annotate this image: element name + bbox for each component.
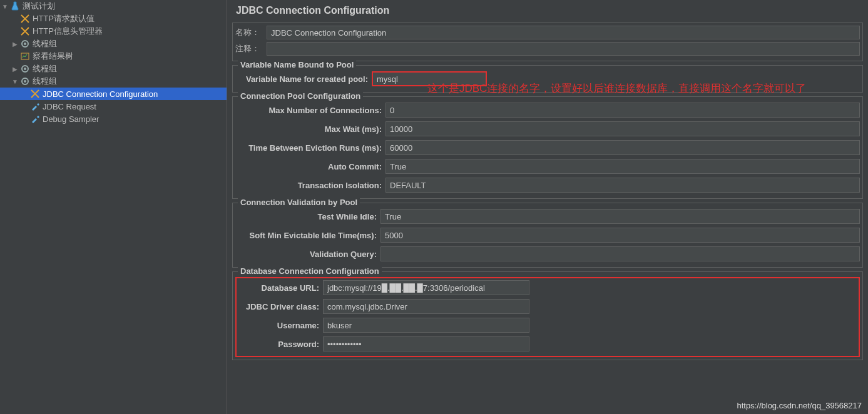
tree-jdbc-conn-config[interactable]: JDBC Connection Configuration [0, 88, 227, 100]
group-title: Connection Pool Configuration [238, 91, 363, 101]
varname-label: Variable Name for created pool: [235, 74, 372, 84]
max-conn-input[interactable] [385, 103, 860, 118]
db-driver-label: JDBC Driver class: [238, 302, 323, 311]
auto-commit-label: Auto Commit: [235, 162, 385, 171]
tree-root-test-plan[interactable]: ▼ 测试计划 [0, 0, 227, 13]
tree-debug-sampler[interactable]: Debug Sampler [0, 113, 227, 125]
max-wait-input[interactable] [385, 121, 860, 136]
tree-http-defaults[interactable]: HTTP请求默认值 [0, 13, 227, 25]
pencil-icon [30, 114, 40, 124]
tree-thread-group-1[interactable]: ▶ 线程组 [0, 38, 227, 50]
expand-icon[interactable]: ▶ [11, 41, 19, 48]
config-panel: JDBC Connection Configuration 名称： 注释： Va… [227, 0, 868, 414]
svg-point-6 [24, 80, 26, 83]
eviction-input[interactable] [385, 140, 860, 155]
validation-query-input[interactable] [380, 246, 860, 261]
db-user-input[interactable] [323, 318, 529, 333]
tree-thread-group-3[interactable]: ▼ 线程组 [0, 75, 227, 88]
group-db: Database Connection Configuration Databa… [232, 271, 863, 360]
max-conn-label: Max Number of Connections: [235, 106, 385, 115]
tree-label: 线程组 [33, 63, 57, 74]
pipette-icon [30, 101, 40, 111]
validation-query-label: Validation Query: [235, 250, 380, 259]
db-pass-input[interactable] [323, 336, 529, 351]
tree-label: 线程组 [33, 38, 57, 49]
eviction-label: Time Between Eviction Runs (ms): [235, 143, 385, 153]
db-url-input[interactable] [323, 280, 529, 295]
tree-label: 察看结果树 [33, 51, 73, 62]
watermark-text: https://blog.csdn.net/qq_39568217 [737, 401, 862, 410]
group-pool: Connection Pool Configuration Max Number… [232, 96, 863, 199]
db-red-highlight: Database URL: JDBC Driver class: Usernam… [235, 277, 860, 357]
tree-label: 线程组 [33, 76, 57, 87]
gear-icon [20, 39, 30, 49]
svg-rect-2 [21, 53, 29, 59]
wrench-cross-icon [20, 26, 30, 36]
test-idle-select[interactable] [380, 209, 860, 224]
flask-icon [10, 1, 20, 11]
expand-icon[interactable]: ▶ [11, 66, 19, 73]
isolation-label: Transaction Isolation: [235, 181, 385, 190]
tree-thread-group-2[interactable]: ▶ 线程组 [0, 63, 227, 75]
test-idle-label: Test While Idle: [235, 212, 380, 221]
collapse-icon[interactable]: ▼ [1, 3, 9, 10]
isolation-select[interactable] [385, 178, 860, 193]
comment-input[interactable] [267, 42, 860, 56]
db-driver-input[interactable] [323, 299, 529, 314]
tree-label: Debug Sampler [43, 114, 99, 124]
tree-label: 测试计划 [23, 1, 55, 12]
tree-jdbc-request[interactable]: JDBC Request [0, 100, 227, 113]
tree-label: JDBC Request [43, 102, 96, 111]
group-title: Database Connection Configuration [238, 266, 382, 276]
wrench-cross-icon [20, 14, 30, 24]
annotation-text: 这个是JDBC连接的名字，设置好以后谁连接数据库，直接调用这个名字就可以了 [427, 81, 822, 97]
svg-point-4 [24, 68, 26, 70]
comment-label: 注释： [235, 43, 267, 54]
tree-view-results[interactable]: 察看结果树 [0, 50, 227, 63]
test-plan-tree: ▼ 测试计划 HTTP请求默认值 HTTP信息头管理器 ▶ 线 [0, 0, 227, 414]
tree-label: HTTP信息头管理器 [33, 26, 103, 37]
group-title: Variable Name Bound to Pool [238, 60, 356, 69]
tree-label: HTTP请求默认值 [33, 13, 94, 24]
name-input[interactable] [267, 26, 860, 39]
soft-min-label: Soft Min Evictable Idle Time(ms): [235, 231, 380, 240]
wrench-cross-icon [30, 89, 40, 99]
gear-icon [20, 76, 30, 86]
group-title: Connection Validation by Pool [238, 198, 360, 207]
tree-label: JDBC Connection Configuration [43, 89, 158, 99]
collapse-icon[interactable]: ▼ [11, 78, 19, 85]
soft-min-input[interactable] [380, 228, 860, 243]
gear-icon [20, 64, 30, 74]
tree-http-header-mgr[interactable]: HTTP信息头管理器 [0, 25, 227, 38]
results-icon [20, 51, 30, 61]
max-wait-label: Max Wait (ms): [235, 124, 385, 134]
name-label: 名称： [235, 27, 267, 38]
auto-commit-select[interactable] [385, 159, 860, 174]
db-user-label: Username: [238, 321, 323, 330]
svg-point-1 [24, 43, 26, 45]
db-url-label: Database URL: [238, 283, 323, 293]
group-validation: Connection Validation by Pool Test While… [232, 203, 863, 268]
panel-title: JDBC Connection Configuration [236, 5, 863, 16]
db-pass-label: Password: [238, 340, 323, 349]
